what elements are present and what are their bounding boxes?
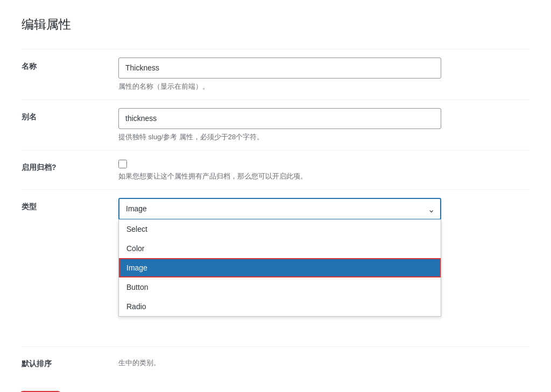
type-dropdown-menu: Select Color Image Button Radio	[118, 219, 441, 317]
archive-label: 启用归档?	[22, 159, 118, 173]
order-label: 默认排序	[22, 355, 118, 369]
order-description: 生中的类别。	[118, 358, 529, 368]
type-label: 类型	[22, 198, 118, 212]
type-select-display[interactable]: Image	[118, 198, 441, 220]
dropdown-option-color[interactable]: Color	[119, 239, 441, 258]
slug-row: 别名 提供独特 slug/参考 属性，必须少于28个字符。	[22, 99, 529, 150]
type-row: 类型 Image ⌄ Select Color Image Button Rad…	[22, 189, 529, 228]
edit-attributes-page: 编辑属性 名称 属性的名称（显示在前端）。 别名 提供独特 slug/参考 属性…	[0, 0, 551, 392]
order-row: 默认排序 生中的类别。	[22, 346, 529, 377]
name-input[interactable]	[118, 58, 441, 79]
dropdown-option-select[interactable]: Select	[119, 219, 441, 239]
archive-content: 如果您想要让这个属性拥有产品归档，那么您可以开启此项。	[118, 159, 529, 181]
archive-description: 如果您想要让这个属性拥有产品归档，那么您可以开启此项。	[118, 172, 529, 181]
slug-content: 提供独特 slug/参考 属性，必须少于28个字符。	[118, 108, 529, 142]
type-select-wrapper: Image ⌄ Select Color Image Button Radio	[118, 198, 441, 220]
order-content: 生中的类别。	[118, 355, 529, 368]
slug-input[interactable]	[118, 108, 441, 129]
dropdown-option-button[interactable]: Button	[119, 277, 441, 297]
type-select-value: Image	[126, 203, 147, 215]
name-label: 名称	[22, 58, 118, 72]
name-content: 属性的名称（显示在前端）。	[118, 58, 529, 91]
dropdown-option-image[interactable]: Image	[119, 258, 441, 277]
type-content: Image ⌄ Select Color Image Button Radio	[118, 198, 529, 220]
name-description: 属性的名称（显示在前端）。	[118, 82, 529, 91]
archive-checkbox[interactable]	[118, 160, 127, 168]
name-row: 名称 属性的名称（显示在前端）。	[22, 49, 529, 99]
archive-checkbox-wrapper	[118, 159, 529, 168]
archive-row: 启用归档? 如果您想要让这个属性拥有产品归档，那么您可以开启此项。	[22, 150, 529, 189]
dropdown-option-radio[interactable]: Radio	[119, 297, 441, 316]
slug-description: 提供独特 slug/参考 属性，必须少于28个字符。	[118, 132, 529, 142]
page-title: 编辑属性	[22, 16, 529, 33]
slug-label: 别名	[22, 108, 118, 122]
